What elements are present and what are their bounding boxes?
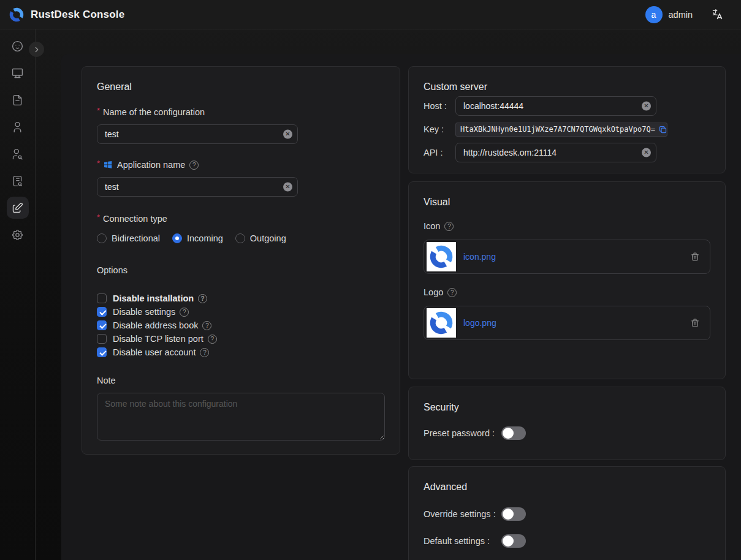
application-name-label: Application name	[117, 160, 185, 170]
checkbox[interactable]	[97, 293, 107, 303]
custom-server-card: Custom server Host : ✕ Key : HtaXBkJNHyn…	[408, 66, 726, 173]
edit-icon	[11, 202, 24, 214]
smiley-icon	[11, 40, 24, 53]
security-title: Security	[424, 402, 710, 413]
trash-icon[interactable]	[690, 252, 700, 262]
toggle-knob	[503, 535, 514, 547]
logo-label: Logo	[424, 287, 443, 297]
override-settings-toggle[interactable]	[501, 507, 526, 521]
help-icon: ?	[200, 348, 209, 357]
checkbox[interactable]	[97, 334, 107, 344]
top-bar: RustDesk Console a admin	[0, 0, 741, 29]
toggle-knob	[503, 428, 514, 439]
radio-incoming[interactable]: Incoming	[172, 233, 223, 243]
sidebar-item-dashboard[interactable]	[7, 35, 29, 57]
check-disable-tcp-listen-port[interactable]: Disable TCP listen port ?	[97, 332, 385, 346]
override-settings-label: Override settings :	[424, 509, 501, 519]
note-label: Note	[97, 376, 116, 385]
radio-outgoing[interactable]: Outgoing	[235, 233, 286, 243]
app-title: RustDesk Console	[31, 9, 124, 21]
logo-thumbnail	[427, 308, 456, 338]
user-avatar[interactable]: a	[645, 6, 663, 23]
checkbox[interactable]	[97, 307, 107, 317]
rustdesk-logo-icon	[9, 7, 25, 23]
custom-server-title: Custom server	[424, 81, 710, 93]
config-name-input[interactable]	[97, 124, 298, 144]
required-asterisk: *	[97, 108, 100, 114]
options-label: Options	[97, 265, 127, 275]
icon-file-link[interactable]: icon.png	[463, 252, 496, 262]
clear-icon[interactable]: ✕	[642, 102, 651, 111]
clear-icon[interactable]: ✕	[283, 183, 292, 192]
check-disable-address-book[interactable]: Disable address book ?	[97, 319, 385, 332]
help-icon: ?	[202, 321, 211, 330]
required-asterisk: *	[97, 161, 100, 167]
logo-file-link[interactable]: logo.png	[463, 318, 496, 328]
help-icon: ?	[208, 335, 217, 344]
host-input[interactable]	[455, 96, 656, 116]
radio-bidirectional[interactable]: Bidirectional	[97, 233, 160, 243]
logo-upload-row: logo.png	[424, 306, 710, 340]
sidebar-item-devices[interactable]	[7, 62, 29, 84]
connection-type-group: Bidirectional Incoming Outgoing	[97, 233, 385, 243]
advanced-title: Advanced	[424, 482, 710, 493]
sidebar-item-configurations[interactable]	[7, 197, 29, 219]
sidebar-item-settings[interactable]	[7, 224, 29, 246]
checkbox[interactable]	[97, 320, 107, 330]
help-icon: ?	[189, 161, 199, 170]
radio-dot	[97, 233, 107, 243]
api-label: API :	[424, 148, 455, 157]
checkbox[interactable]	[97, 347, 107, 357]
check-disable-user-account[interactable]: Disable user account ?	[97, 346, 385, 359]
general-card: General * Name of the configuration ✕ * …	[82, 66, 400, 455]
help-icon: ?	[180, 308, 189, 317]
username[interactable]: admin	[669, 10, 693, 20]
icon-label: Icon	[424, 221, 440, 231]
config-name-label: Name of the configuration	[103, 107, 205, 117]
sidebar-expand-button[interactable]	[29, 42, 44, 57]
default-settings-toggle[interactable]	[501, 534, 526, 548]
required-asterisk: *	[97, 214, 100, 221]
visual-title: Visual	[424, 197, 710, 208]
key-value-chip: HtaXBkJNHyn0e1U1jWXze7A7CN7QTGWqxkOtpaVp…	[455, 123, 667, 137]
preset-password-toggle[interactable]	[501, 426, 526, 440]
check-disable-settings[interactable]: Disable settings ?	[97, 305, 385, 319]
note-textarea[interactable]	[97, 393, 385, 441]
toggle-knob	[503, 509, 514, 520]
sidebar-item-audit[interactable]	[7, 170, 29, 192]
windows-logo-icon	[103, 160, 113, 170]
copy-icon[interactable]	[658, 125, 667, 134]
sidebar-item-documents[interactable]	[7, 89, 29, 111]
api-input[interactable]	[455, 143, 656, 162]
advanced-card: Advanced Override settings : Default set…	[408, 466, 726, 560]
help-icon: ?	[198, 294, 207, 303]
sidebar-item-groups[interactable]	[7, 143, 29, 165]
options-checklist: Disable installation ? Disable settings …	[97, 292, 385, 359]
help-icon: ?	[447, 288, 457, 297]
icon-thumbnail	[427, 242, 456, 271]
user-search-icon	[11, 148, 24, 161]
icon-upload-row: icon.png	[424, 240, 710, 274]
main-panel: General * Name of the configuration ✕ * …	[61, 54, 741, 560]
application-name-input[interactable]	[97, 177, 298, 197]
trash-icon[interactable]	[690, 318, 700, 328]
monitor-icon	[11, 67, 24, 80]
radio-dot	[172, 233, 182, 243]
preset-password-label: Preset password :	[424, 428, 501, 438]
user-icon	[11, 121, 24, 134]
default-settings-label: Default settings :	[424, 536, 501, 546]
general-title: General	[97, 81, 385, 93]
sidebar	[0, 29, 36, 560]
security-card: Security Preset password :	[408, 387, 726, 460]
help-icon: ?	[444, 222, 454, 231]
key-label: Key :	[424, 124, 455, 134]
file-search-icon	[11, 175, 24, 187]
key-value: HtaXBkJNHyn0e1U1jWXze7A7CN7QTGWqxkOtpaVp…	[460, 125, 655, 134]
sidebar-item-users[interactable]	[7, 116, 29, 138]
clear-icon[interactable]: ✕	[642, 148, 651, 157]
clear-icon[interactable]: ✕	[283, 130, 292, 139]
language-icon[interactable]	[711, 8, 724, 21]
host-label: Host :	[424, 101, 455, 111]
check-disable-installation[interactable]: Disable installation ?	[97, 292, 385, 305]
gear-icon	[11, 229, 24, 241]
